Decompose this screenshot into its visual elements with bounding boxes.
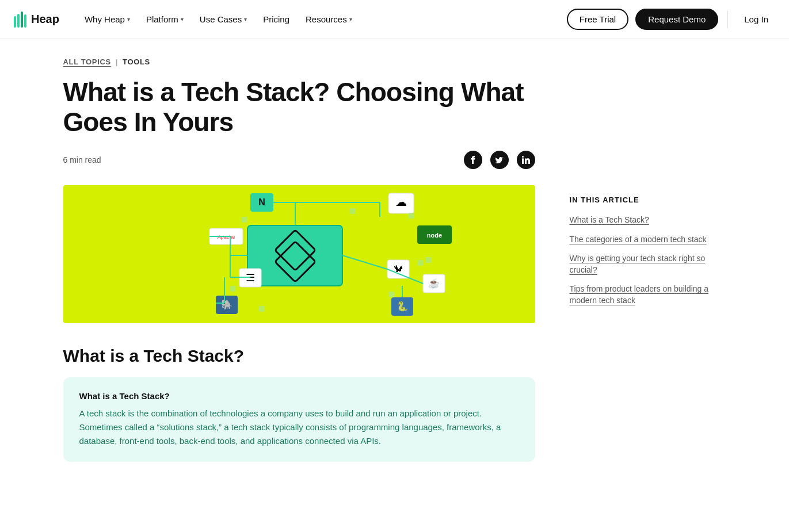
svg-rect-45	[259, 306, 265, 312]
toc-link-2[interactable]: The categories of a modern tech stack	[570, 235, 707, 244]
nav-divider	[727, 11, 728, 28]
logo-text: Heap	[31, 13, 59, 26]
callout-title: What is a Tech Stack?	[79, 391, 519, 401]
read-time: 6 min read	[63, 155, 101, 164]
toc-link-1[interactable]: What is a Tech Stack?	[570, 215, 649, 224]
toc-list: What is a Tech Stack? The categories of …	[570, 215, 719, 307]
login-button[interactable]: Log In	[737, 10, 775, 29]
svg-text:☁: ☁	[395, 196, 407, 208]
article-meta: 6 min read	[63, 151, 535, 169]
svg-rect-43	[388, 292, 394, 297]
breadcrumb-current: TOOLS	[123, 58, 150, 66]
nav-item-use-cases[interactable]: Use Cases ▾	[193, 10, 254, 29]
svg-text:N: N	[258, 197, 265, 207]
main-content: ALL TOPICS | TOOLS What is a Tech Stack?…	[63, 58, 535, 480]
svg-point-5	[522, 156, 524, 158]
logo[interactable]: Heap	[14, 12, 59, 28]
section-heading: What is a Tech Stack?	[63, 346, 535, 366]
navbar: Heap Why Heap ▾ Platform ▾ Use Cases ▾ P…	[0, 0, 789, 39]
toc-item-1: What is a Tech Stack?	[570, 215, 719, 226]
svg-rect-44	[230, 286, 236, 292]
svg-rect-3	[24, 14, 26, 28]
free-trial-button[interactable]: Free Trial	[567, 9, 628, 30]
svg-rect-1	[17, 14, 20, 28]
svg-rect-4	[522, 159, 524, 164]
toc-item-3: Why is getting your tech stack right so …	[570, 253, 719, 275]
callout-text: A tech stack is the combination of techn…	[79, 407, 519, 448]
breadcrumb-separator: |	[116, 58, 118, 66]
page-layout: ALL TOPICS | TOOLS What is a Tech Stack?…	[49, 39, 740, 499]
chevron-down-icon: ▾	[244, 16, 247, 22]
nav-actions: Free Trial Request Demo Log In	[567, 9, 775, 30]
svg-rect-40	[242, 217, 247, 223]
social-icons	[464, 151, 535, 169]
chevron-down-icon: ▾	[127, 16, 130, 22]
nav-item-platform[interactable]: Platform ▾	[139, 10, 190, 29]
svg-text:🐍: 🐍	[397, 301, 408, 312]
hero-image: N ☁ node Apache ☰ 🐘	[63, 185, 535, 323]
nav-links: Why Heap ▾ Platform ▾ Use Cases ▾ Pricin…	[78, 10, 567, 29]
article-title: What is a Tech Stack? Choosing What Goes…	[63, 78, 535, 137]
chevron-down-icon: ▾	[349, 16, 352, 22]
toc-link-3[interactable]: Why is getting your tech stack right so …	[570, 254, 706, 274]
sidebar: IN THIS ARTICLE What is a Tech Stack? Th…	[570, 58, 719, 480]
svg-rect-6	[247, 225, 342, 286]
svg-rect-0	[14, 16, 16, 28]
request-demo-button[interactable]: Request Demo	[635, 9, 718, 30]
logo-icon	[14, 12, 26, 28]
svg-rect-2	[21, 12, 23, 28]
svg-text:☕: ☕	[428, 278, 440, 289]
nav-item-why-heap[interactable]: Why Heap ▾	[78, 10, 137, 29]
svg-rect-41	[350, 208, 356, 214]
nav-item-resources[interactable]: Resources ▾	[299, 10, 359, 29]
twitter-share-button[interactable]	[490, 151, 509, 169]
toc-item-4: Tips from product leaders on building a …	[570, 284, 719, 306]
callout-box: What is a Tech Stack? A tech stack is th…	[63, 377, 535, 462]
svg-rect-42	[417, 260, 423, 266]
breadcrumb: ALL TOPICS | TOOLS	[63, 58, 535, 66]
svg-rect-46	[409, 213, 414, 219]
linkedin-share-button[interactable]	[517, 151, 535, 169]
facebook-share-button[interactable]	[464, 151, 482, 169]
svg-text:node: node	[426, 232, 441, 239]
toc-link-4[interactable]: Tips from product leaders on building a …	[570, 284, 709, 305]
toc-item-2: The categories of a modern tech stack	[570, 234, 719, 246]
svg-text:🐘: 🐘	[221, 299, 232, 310]
nav-item-pricing[interactable]: Pricing	[256, 10, 296, 29]
sidebar-heading: IN THIS ARTICLE	[570, 196, 719, 204]
svg-rect-47	[426, 257, 432, 263]
svg-line-37	[342, 255, 387, 269]
breadcrumb-all-topics[interactable]: ALL TOPICS	[63, 58, 111, 66]
chevron-down-icon: ▾	[181, 16, 184, 22]
